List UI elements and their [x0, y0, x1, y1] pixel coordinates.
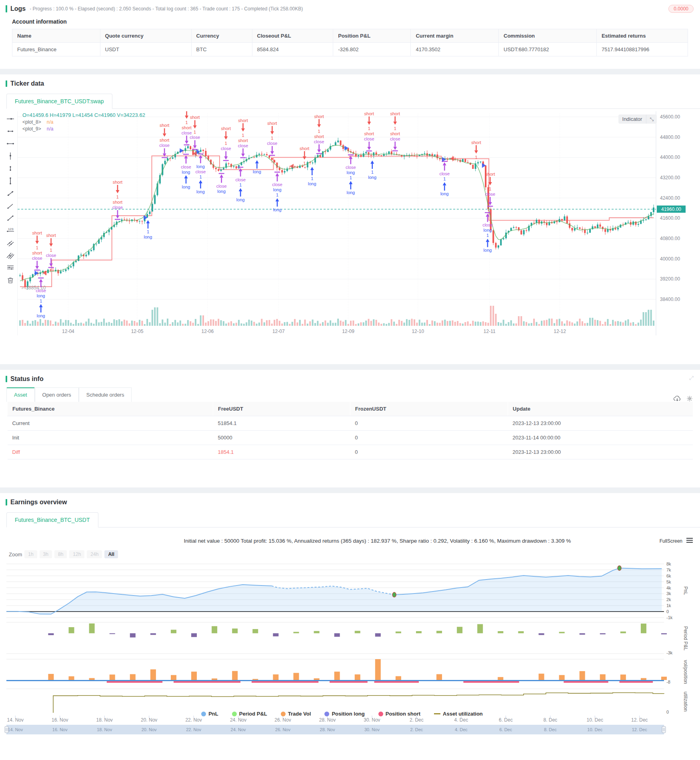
- tab-ticker-symbol[interactable]: Futures_Binance_BTC_USDT:swap: [6, 94, 112, 109]
- tab-open-orders[interactable]: Open orders: [35, 387, 79, 402]
- legend-period-pnl[interactable]: Period P&L: [232, 711, 267, 717]
- tab-schedule-orders[interactable]: Schedule orders: [79, 387, 132, 402]
- gear-icon[interactable]: [686, 395, 693, 402]
- legend-asset-utilization[interactable]: Asset utilization: [434, 711, 483, 717]
- svg-text:long: long: [484, 248, 492, 253]
- row-label-current[interactable]: Current: [8, 416, 213, 431]
- tab-earnings-symbol[interactable]: Futures_Binance_BTC_USDT: [6, 512, 98, 527]
- svg-text:123: 123: [8, 227, 14, 231]
- cell-quote-currency: USDT: [100, 43, 191, 56]
- log-counter-badge[interactable]: 0.0000: [668, 5, 694, 13]
- svg-text:short: short: [364, 111, 374, 116]
- svg-text:close: close: [314, 139, 324, 144]
- indicator-button[interactable]: Indicator ⤡: [618, 114, 657, 124]
- svg-text:vol/position: vol/position: [683, 660, 688, 684]
- candlestick-chart-svg[interactable]: 45600.0044800.0044000.0043200.0042400.00…: [18, 111, 688, 335]
- plot9-label: <plot_9>: [22, 126, 41, 132]
- fibonacci-tool-icon[interactable]: [6, 263, 15, 272]
- svg-text:close: close: [235, 177, 246, 182]
- price-label-tool-icon[interactable]: 123: [6, 226, 15, 235]
- pnl-dot-icon: [201, 712, 206, 716]
- cell-commission: USDT:680.7770182: [499, 43, 597, 56]
- earnings-title: Earnings overview: [10, 499, 67, 506]
- fullscreen-button[interactable]: FullScreen: [660, 538, 682, 544]
- svg-text:0: 0: [666, 609, 669, 614]
- arrow-line-tool-icon[interactable]: [6, 214, 15, 223]
- account-header-row: Name Quote currency Currency Closeout P&…: [12, 29, 688, 43]
- svg-text:short: short: [485, 172, 495, 176]
- svg-text:short: short: [390, 131, 400, 136]
- svg-text:2k: 2k: [666, 597, 671, 602]
- svg-text:short: short: [390, 111, 400, 116]
- position-short-dot-icon: [378, 712, 383, 716]
- svg-text:3k: 3k: [666, 591, 671, 596]
- svg-text:short: short: [160, 138, 169, 142]
- tab-asset[interactable]: Asset: [6, 387, 35, 402]
- svg-text:5k: 5k: [666, 580, 671, 584]
- svg-text:26. Nov: 26. Nov: [275, 727, 290, 732]
- horizontal-segment-tool-icon[interactable]: [6, 127, 15, 136]
- legend-pnl[interactable]: PnL: [201, 711, 218, 717]
- delete-drawings-icon[interactable]: [6, 276, 15, 285]
- crossline-tool-icon[interactable]: [6, 114, 15, 123]
- status-title: Status info: [10, 375, 44, 383]
- candlestick-chart-area[interactable]: 123 45600.0044800.0044000.0043200.004240…: [3, 111, 697, 335]
- svg-text:short: short: [113, 180, 122, 184]
- chart-drawing-toolbar[interactable]: 123: [3, 111, 18, 335]
- indicator-label[interactable]: Indicator: [618, 114, 646, 124]
- diff-update: 2023-12-13 23:00:00: [508, 445, 693, 459]
- col-free-usdt: FreeUSDT: [213, 402, 350, 416]
- legend-position-long[interactable]: Position long: [324, 711, 364, 717]
- svg-text:4. Dec: 4. Dec: [454, 717, 468, 723]
- position-long-dot-icon: [324, 712, 329, 716]
- trendline-tool-icon[interactable]: [6, 189, 15, 198]
- fullscreen-expand-icon[interactable]: ⤡: [646, 115, 657, 124]
- zoom-12h[interactable]: 12h: [69, 550, 84, 558]
- svg-text:long: long: [236, 197, 245, 202]
- svg-text:1: 1: [271, 136, 273, 140]
- svg-text:12-10: 12-10: [412, 329, 424, 334]
- vertical-segment-tool-icon[interactable]: [6, 164, 15, 173]
- svg-text:-8: -8: [666, 680, 670, 684]
- hamburger-menu-icon[interactable]: [686, 538, 693, 544]
- tall-segment-tool-icon[interactable]: [6, 176, 15, 185]
- cloud-download-icon[interactable]: [674, 395, 681, 402]
- svg-text:1: 1: [311, 176, 313, 181]
- zoom-8h[interactable]: 8h: [54, 550, 67, 558]
- svg-text:close: close: [32, 256, 42, 261]
- svg-text:38400.00: 38400.00: [660, 297, 680, 302]
- zoom-3h[interactable]: 3h: [40, 550, 52, 558]
- parallel-channel-tool-icon[interactable]: [6, 239, 15, 247]
- svg-text:1: 1: [394, 126, 396, 131]
- svg-text:close: close: [439, 171, 450, 176]
- svg-text:45600.00: 45600.00: [660, 114, 680, 120]
- svg-text:short: short: [238, 138, 248, 143]
- diff-frozen: 0: [350, 445, 508, 459]
- earnings-chart-svg[interactable]: 8k7k6k5k4k3k2k1k0-1kPnL-3kPeriod P&L-8vo…: [3, 561, 689, 735]
- zoom-24h[interactable]: 24h: [87, 550, 102, 558]
- zoom-label: Zoom: [9, 551, 22, 557]
- col-current-margin: Current margin: [411, 29, 499, 43]
- collapse-icon[interactable]: ⤢: [689, 375, 694, 381]
- svg-text:6k: 6k: [666, 574, 671, 578]
- legend-position-short[interactable]: Position short: [378, 711, 420, 717]
- init-frozen: 0: [350, 431, 508, 445]
- extended-line-tool-icon[interactable]: [6, 139, 15, 148]
- svg-text:20. Nov: 20. Nov: [141, 717, 157, 723]
- svg-text:long: long: [182, 184, 190, 189]
- asset-row-current: Current 51854.1 0 2023-12-13 23:00:00: [8, 416, 693, 431]
- svg-text:close: close: [159, 143, 170, 148]
- asset-table: Futures_Binance FreeUSDT FrozenUSDT Upda…: [7, 402, 693, 459]
- pitchfork-tool-icon[interactable]: [6, 251, 15, 260]
- legend-trade-vol[interactable]: Trade Vol: [281, 711, 311, 717]
- ray-tool-icon[interactable]: [6, 201, 15, 210]
- zoom-all[interactable]: All: [104, 550, 118, 558]
- svg-text:8. Dec: 8. Dec: [544, 727, 557, 732]
- svg-text:28. Nov: 28. Nov: [320, 727, 335, 732]
- svg-text:18. Nov: 18. Nov: [97, 727, 112, 732]
- svg-text:short: short: [300, 146, 309, 151]
- ticker-title: Ticker data: [10, 80, 44, 87]
- vertical-line-tool-icon[interactable]: [6, 152, 15, 160]
- zoom-1h[interactable]: 1h: [24, 550, 37, 558]
- svg-text:41600.00: 41600.00: [660, 215, 680, 221]
